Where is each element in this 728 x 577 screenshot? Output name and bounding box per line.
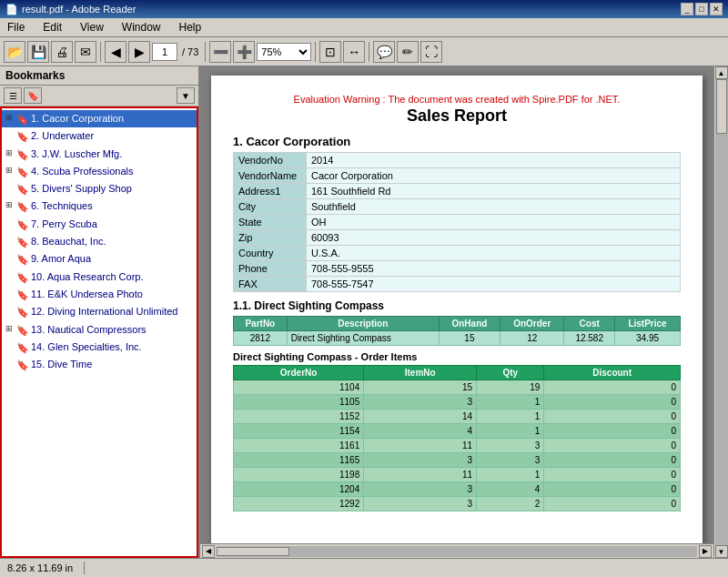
minimize-button[interactable]: _: [681, 3, 693, 15]
bookmark-item-9[interactable]: 🔖9. Amor Aqua: [2, 250, 197, 268]
bookmark-expand-1[interactable]: ⊞: [5, 113, 16, 124]
bookmark-item-1[interactable]: ⊞🔖1. Cacor Corporation: [2, 110, 197, 127]
menu-edit[interactable]: Edit: [39, 20, 66, 35]
zoom-out-button[interactable]: ➖: [209, 41, 231, 63]
status-sep: [84, 562, 85, 574]
bookmark-item-8[interactable]: 🔖8. Beauchat, Inc.: [2, 233, 197, 250]
bookmark-expand-3[interactable]: ⊞: [5, 148, 16, 159]
bookmark-item-12[interactable]: 🔖12. Diving International Unlimited: [2, 303, 197, 320]
bookmark-label-1: 1. Cacor Corporation: [31, 112, 193, 125]
content-area[interactable]: Evaluation Warning : The document was cr…: [200, 66, 713, 543]
page-dimensions: 8.26 x 11.69 in: [7, 562, 73, 573]
vendor-value-fax: 708-555-7547: [307, 277, 681, 292]
order-cell: 1198: [234, 468, 364, 482]
vendor-value-zip: 60093: [307, 230, 681, 246]
bookmark-item-5[interactable]: 🔖5. Divers' Supply Shop: [2, 180, 197, 197]
close-button[interactable]: ✕: [710, 3, 723, 15]
sidebar-list-btn[interactable]: ☰: [4, 87, 22, 104]
v-scroll-thumb[interactable]: [716, 79, 727, 134]
menu-view[interactable]: View: [76, 20, 107, 35]
h-scrollbar[interactable]: ◀ ▶: [200, 543, 713, 558]
bookmark-expand-4[interactable]: ⊞: [5, 166, 16, 177]
menu-file[interactable]: File: [4, 20, 28, 35]
page-total: / 73: [179, 46, 201, 57]
v-scroll-down-btn[interactable]: ▼: [715, 545, 728, 558]
toolbar-separator-3: [315, 42, 316, 62]
product-cell: Direct Sighting Compass: [287, 331, 439, 346]
bookmark-expand-6[interactable]: ⊞: [5, 200, 16, 211]
sidebar-options-btn[interactable]: ▼: [177, 87, 195, 104]
bookmark-icon-11: 🔖: [16, 288, 29, 301]
product-table: PartNoDescriptionOnHandOnOrderCostListPr…: [233, 316, 681, 346]
bookmark-icon-2: 🔖: [16, 130, 29, 143]
bookmark-item-10[interactable]: 🔖10. Aqua Research Corp.: [2, 268, 197, 286]
order-col-discount: Discount: [544, 366, 681, 380]
fit-page-button[interactable]: ⊡: [319, 41, 341, 63]
order-cell: 15: [364, 380, 477, 395]
open-button[interactable]: 📂: [4, 41, 25, 63]
bookmark-icon-14: 🔖: [16, 341, 29, 354]
order-cell: 3: [477, 439, 544, 453]
comment-button[interactable]: 💬: [373, 41, 395, 63]
product-cell: 12.582: [564, 331, 615, 346]
order-cell: 0: [544, 395, 681, 410]
bookmark-item-3[interactable]: ⊞🔖3. J.W. Luscher Mfg.: [2, 146, 197, 163]
email-button[interactable]: ✉: [75, 41, 96, 63]
vendor-label-fax: FAX: [234, 277, 307, 292]
v-scroll-up-btn[interactable]: ▲: [715, 66, 728, 79]
bookmark-item-6[interactable]: ⊞🔖6. Techniques: [2, 197, 197, 215]
order-cell: 1104: [234, 380, 364, 395]
order-cell: 19: [477, 380, 544, 395]
order-cell: 0: [544, 453, 681, 468]
h-scroll-thumb[interactable]: [217, 547, 289, 556]
status-bar: 8.26 x 11.69 in: [0, 558, 728, 576]
bookmark-icon-6: 🔖: [16, 200, 29, 213]
order-cell: 0: [544, 424, 681, 439]
bookmark-label-10: 10. Aqua Research Corp.: [31, 270, 193, 283]
maximize-button[interactable]: □: [695, 3, 708, 15]
order-cell: 1204: [234, 482, 364, 497]
print-button[interactable]: 🖨: [51, 41, 73, 63]
fullscreen-button[interactable]: ⛶: [420, 41, 442, 63]
order-cell: 3: [364, 482, 477, 497]
sidebar-bookmark-btn[interactable]: 🔖: [24, 87, 42, 104]
bookmark-label-4: 4. Scuba Professionals: [31, 165, 193, 177]
menu-window[interactable]: Window: [118, 20, 165, 35]
bookmark-label-12: 12. Diving International Unlimited: [31, 305, 193, 318]
bookmark-icon-3: 🔖: [16, 148, 29, 161]
bookmark-expand-13[interactable]: ⊞: [5, 324, 16, 335]
order-cell: 11: [364, 468, 477, 482]
save-button[interactable]: 💾: [27, 41, 49, 63]
order-cell: 0: [544, 380, 681, 395]
bookmark-item-15[interactable]: 🔖15. Dive Time: [2, 356, 197, 373]
zoom-select[interactable]: 50% 75% 100% 125% 150%: [257, 43, 311, 61]
zoom-in-button[interactable]: ➕: [233, 41, 255, 63]
vendor-value-vendorno: 2014: [307, 153, 681, 168]
bookmark-item-2[interactable]: 🔖2. Underwater: [2, 127, 197, 145]
vendor-label-country: Country: [234, 246, 307, 261]
menu-help[interactable]: Help: [176, 20, 206, 35]
highlight-button[interactable]: ✏: [397, 41, 419, 63]
h-scroll-right-btn[interactable]: ▶: [699, 545, 712, 558]
page-number-input[interactable]: 1: [152, 43, 177, 61]
h-scroll-left-btn[interactable]: ◀: [202, 545, 215, 558]
right-scrollbar[interactable]: ▲ ▼: [713, 66, 728, 558]
bookmark-item-11[interactable]: 🔖11. E&K Undersea Photo: [2, 286, 197, 303]
app-icon: 📄: [5, 4, 18, 15]
product-cell: 12: [500, 331, 564, 346]
bookmark-label-2: 2. Underwater: [31, 129, 193, 142]
bookmark-label-15: 15. Dive Time: [31, 358, 193, 370]
fit-width-button[interactable]: ↔: [343, 41, 365, 63]
v-scroll-track: [715, 79, 728, 545]
bookmark-icon-13: 🔖: [16, 324, 29, 337]
subsection-title: 1.1. Direct Sighting Compass: [233, 299, 681, 312]
bookmark-item-14[interactable]: 🔖14. Glen Specialties, Inc.: [2, 339, 197, 356]
prev-page-button[interactable]: ◀: [105, 41, 126, 63]
order-cell: 1154: [234, 424, 364, 439]
sidebar-toolbar: ☰ 🔖 ▼: [0, 86, 198, 106]
title-bar: 📄 result.pdf - Adobe Reader _ □ ✕: [0, 0, 728, 18]
bookmark-item-13[interactable]: ⊞🔖13. Nautical Compressors: [2, 321, 197, 339]
bookmark-item-4[interactable]: ⊞🔖4. Scuba Professionals: [2, 163, 197, 180]
bookmark-item-7[interactable]: 🔖7. Perry Scuba: [2, 216, 197, 233]
next-page-button[interactable]: ▶: [128, 41, 150, 63]
